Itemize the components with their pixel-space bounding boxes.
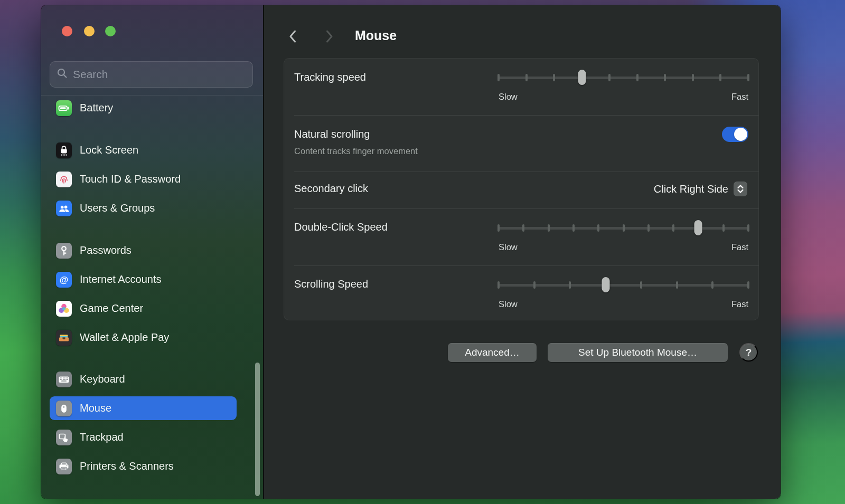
sidebar-item-battery[interactable]: Battery (50, 96, 237, 120)
row-divider (294, 265, 759, 266)
slow-label: Slow (499, 299, 518, 309)
sidebar-item-printers[interactable]: Printers & Scanners (50, 454, 237, 478)
sidebar-item-mouse[interactable]: Mouse (50, 396, 237, 420)
slider-tick (623, 224, 625, 232)
slider-tick (572, 224, 575, 232)
tracking-speed-minmax: Slow Fast (499, 92, 748, 102)
sidebar-item-game-center[interactable]: Game Center (50, 297, 237, 320)
sidebar-item-passwords[interactable]: Passwords (50, 239, 237, 262)
sidebar-scrollbar[interactable] (255, 363, 260, 496)
sidebar-item-label: Touch ID & Password (80, 173, 181, 185)
sidebar-item-label: Trackpad (80, 431, 124, 443)
sidebar-item-label: Passwords (80, 244, 132, 256)
row-divider (294, 208, 759, 209)
svg-text:@: @ (60, 275, 69, 285)
slow-label: Slow (499, 242, 518, 252)
sidebar-item-label: Battery (80, 102, 113, 114)
slider-knob[interactable] (694, 220, 702, 235)
sidebar-item-lock-screen[interactable]: Lock Screen (50, 138, 237, 162)
scrolling-speed-minmax: Slow Fast (499, 299, 748, 309)
slider-tick (548, 224, 550, 232)
sidebar: Battery Lock Screen (41, 5, 263, 499)
at-sign-icon: @ (56, 272, 72, 288)
slider-tick (640, 281, 642, 289)
main-panel: Mouse Tracking speed Slow Fast Natural s… (264, 5, 781, 499)
system-settings-window: Battery Lock Screen (41, 5, 781, 499)
sidebar-item-internet-accounts[interactable]: @ Internet Accounts (50, 268, 237, 291)
tracking-speed-label: Tracking speed (294, 71, 366, 83)
slider-tick (747, 224, 749, 232)
sidebar-item-label: Lock Screen (80, 144, 138, 156)
search-input[interactable] (73, 68, 246, 81)
sidebar-item-label: Game Center (80, 302, 143, 315)
chevron-left-icon (288, 29, 297, 44)
slider-tick (636, 74, 639, 81)
chevron-right-icon (325, 29, 334, 44)
printer-icon (56, 459, 72, 474)
minimize-button[interactable] (84, 26, 95, 36)
help-button[interactable]: ? (739, 343, 758, 362)
mouse-icon (56, 401, 72, 416)
sidebar-item-label: Users & Groups (80, 202, 155, 214)
sidebar-item-wallet[interactable]: Wallet & Apple Pay (50, 326, 237, 349)
desktop: Battery Lock Screen (0, 0, 845, 504)
search-icon (57, 68, 68, 81)
slider-knob[interactable] (578, 70, 586, 85)
slider-tick (711, 281, 713, 289)
secondary-click-value: Click Right Side (654, 183, 728, 195)
double-click-speed-slider[interactable] (499, 220, 748, 236)
slider-tick (497, 74, 500, 81)
fingerprint-icon (56, 172, 72, 187)
fast-label: Fast (731, 242, 748, 252)
slider-tick (719, 74, 721, 81)
slider-tick (533, 281, 536, 289)
row-divider (294, 172, 759, 172)
slider-tick (608, 74, 611, 81)
sidebar-item-label: Mouse (80, 402, 111, 414)
scrolling-speed-label: Scrolling Speed (294, 278, 368, 290)
forward-button[interactable] (323, 28, 336, 44)
slider-tick (522, 224, 524, 232)
zoom-button[interactable] (105, 26, 116, 36)
slider-tick (497, 224, 500, 232)
tracking-speed-slider[interactable] (499, 70, 748, 85)
natural-scrolling-toggle[interactable] (722, 127, 748, 142)
lock-icon (56, 142, 72, 158)
keyboard-icon (56, 372, 72, 387)
toggle-knob (734, 128, 747, 141)
stepper-chevrons-icon (734, 182, 747, 196)
sidebar-item-touch-id[interactable]: Touch ID & Password (50, 167, 237, 191)
slider-tick (747, 281, 749, 289)
sidebar-item-trackpad[interactable]: Trackpad (50, 425, 237, 449)
mouse-settings-card: Tracking speed Slow Fast Natural scrolli… (284, 58, 759, 320)
page-title: Mouse (355, 28, 397, 43)
slider-tick (569, 281, 571, 289)
slider-tick (497, 281, 500, 289)
sidebar-item-label: Internet Accounts (80, 273, 162, 286)
scrolling-speed-slider[interactable] (499, 277, 748, 293)
slider-knob[interactable] (602, 277, 609, 292)
game-center-bubbles-icon (56, 301, 72, 317)
slider-tick (722, 224, 725, 232)
natural-scrolling-description: Content tracks finger movement (294, 146, 418, 156)
users-icon (56, 201, 72, 216)
slider-tick (676, 281, 678, 289)
wallet-icon (56, 330, 72, 346)
natural-scrolling-label: Natural scrolling (294, 128, 370, 140)
double-click-speed-label: Double-Click Speed (294, 221, 388, 233)
sidebar-item-keyboard[interactable]: Keyboard (50, 367, 237, 391)
back-button[interactable] (286, 28, 299, 44)
setup-bluetooth-mouse-button[interactable]: Set Up Bluetooth Mouse… (548, 343, 728, 362)
sidebar-item-label: Wallet & Apple Pay (80, 331, 169, 344)
slider-tick (664, 74, 666, 81)
secondary-click-dropdown[interactable]: Click Right Side (654, 180, 747, 197)
slider-tick (597, 224, 599, 232)
sidebar-item-label: Printers & Scanners (80, 460, 174, 472)
sidebar-item-users-groups[interactable]: Users & Groups (50, 196, 237, 220)
close-button[interactable] (62, 26, 72, 36)
search-field[interactable] (50, 61, 253, 88)
sidebar-list-separator (41, 95, 263, 96)
slider-tick (647, 224, 650, 232)
advanced-button[interactable]: Advanced… (448, 343, 537, 362)
trackpad-icon (56, 430, 72, 445)
